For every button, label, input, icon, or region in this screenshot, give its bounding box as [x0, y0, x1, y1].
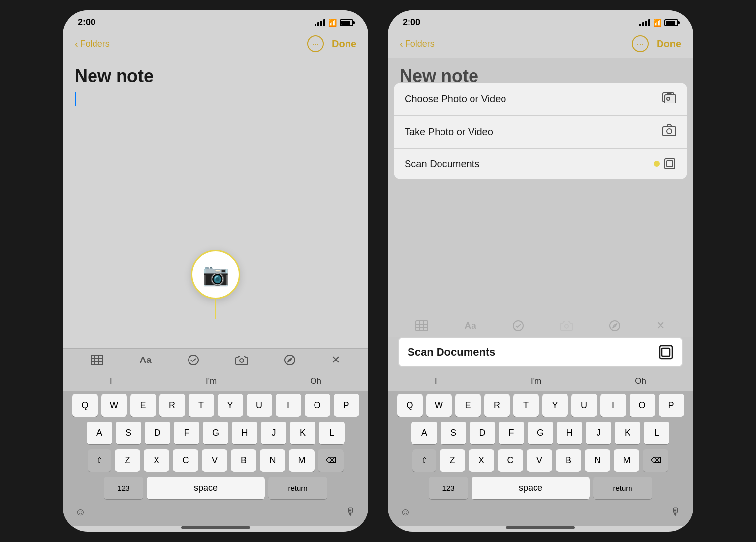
key-I-left[interactable]: I — [276, 394, 301, 417]
key-D-right[interactable]: D — [470, 422, 495, 444]
key-D-left[interactable]: D — [145, 422, 170, 444]
back-button-left[interactable]: ‹ Folders — [75, 38, 110, 50]
menu-item-take-photo[interactable]: Take Photo or Video — [394, 116, 687, 149]
key-backspace-right[interactable]: ⌫ — [643, 449, 668, 472]
emoji-key-right[interactable]: ☺ — [400, 506, 410, 518]
svg-rect-16 — [667, 161, 673, 167]
toolbar-table-icon-left[interactable] — [91, 355, 103, 365]
key-J-right[interactable]: J — [586, 422, 611, 444]
key-V-left[interactable]: V — [202, 449, 227, 472]
emoji-key-left[interactable]: ☺ — [75, 506, 86, 518]
key-F-right[interactable]: F — [499, 422, 524, 444]
key-P-left[interactable]: P — [334, 394, 359, 417]
suggestion-3-left[interactable]: Oh — [310, 376, 321, 386]
key-O-left[interactable]: O — [305, 394, 330, 417]
suggestion-3-right[interactable]: Oh — [635, 376, 646, 386]
key-Y-right[interactable]: Y — [542, 394, 568, 417]
key-S-left[interactable]: S — [116, 422, 141, 444]
key-space-right[interactable]: space — [472, 477, 590, 499]
key-U-right[interactable]: U — [571, 394, 597, 417]
key-G-left[interactable]: G — [203, 422, 228, 444]
key-Y-left[interactable]: Y — [218, 394, 243, 417]
toolbar-format-icon-right[interactable]: Aa — [464, 320, 476, 331]
key-H-right[interactable]: H — [557, 422, 582, 444]
key-S-right[interactable]: S — [441, 422, 466, 444]
key-N-left[interactable]: N — [260, 449, 285, 472]
note-content-left[interactable]: New note 📷 — [63, 58, 368, 348]
key-123-right[interactable]: 123 — [429, 477, 468, 499]
status-time-right: 2:00 — [403, 17, 420, 28]
key-T-right[interactable]: T — [513, 394, 539, 417]
suggestion-2-left[interactable]: I'm — [206, 376, 217, 386]
key-V-right[interactable]: V — [527, 449, 552, 472]
key-return-right[interactable]: return — [593, 477, 652, 499]
done-button-left[interactable]: Done — [332, 38, 356, 50]
menu-item-scan-docs[interactable]: Scan Documents — [394, 149, 687, 179]
key-T-left[interactable]: T — [189, 394, 214, 417]
mic-key-left[interactable]: 🎙 — [346, 506, 356, 518]
more-button-right[interactable]: ··· — [632, 35, 649, 52]
key-backspace-left[interactable]: ⌫ — [318, 449, 344, 472]
key-A-left[interactable]: A — [87, 422, 112, 444]
key-M-right[interactable]: M — [614, 449, 639, 472]
toolbar-format-icon-left[interactable]: Aa — [139, 355, 151, 365]
toolbar-check-icon-left[interactable] — [188, 354, 199, 366]
key-I-right[interactable]: I — [600, 394, 626, 417]
toolbar-table-icon-right[interactable] — [415, 320, 428, 331]
key-O-right[interactable]: O — [630, 394, 655, 417]
key-L-right[interactable]: L — [644, 422, 669, 444]
key-G-right[interactable]: G — [528, 422, 553, 444]
status-icons-right: 📶 — [639, 19, 678, 27]
done-button-right[interactable]: Done — [657, 38, 681, 50]
key-W-left[interactable]: W — [101, 394, 127, 417]
menu-item-choose-photo[interactable]: Choose Photo or Video — [394, 83, 687, 116]
toolbar-location-icon-left[interactable] — [284, 354, 296, 366]
key-B-right[interactable]: B — [556, 449, 581, 472]
key-shift-right[interactable]: ⇧ — [412, 449, 436, 472]
key-123-left[interactable]: 123 — [104, 477, 143, 499]
suggestion-1-right[interactable]: I — [435, 376, 437, 386]
key-Z-left[interactable]: Z — [115, 449, 140, 472]
key-E-right[interactable]: E — [455, 394, 481, 417]
key-J-left[interactable]: J — [261, 422, 286, 444]
key-space-left[interactable]: space — [147, 477, 265, 499]
toolbar-camera-icon-right[interactable] — [560, 320, 573, 331]
key-U-left[interactable]: U — [247, 394, 272, 417]
key-C-left[interactable]: C — [173, 449, 198, 472]
key-F-left[interactable]: F — [174, 422, 199, 444]
key-K-right[interactable]: K — [615, 422, 640, 444]
key-Z-right[interactable]: Z — [440, 449, 465, 472]
key-Q-right[interactable]: Q — [397, 394, 423, 417]
key-X-right[interactable]: X — [469, 449, 494, 472]
key-C-right[interactable]: C — [498, 449, 523, 472]
mic-key-right[interactable]: 🎙 — [670, 506, 681, 518]
key-W-right[interactable]: W — [426, 394, 452, 417]
toolbar-close-icon-right[interactable]: ✕ — [656, 319, 665, 332]
key-Q-left[interactable]: Q — [72, 394, 98, 417]
toolbar-close-icon-left[interactable]: ✕ — [331, 354, 340, 366]
key-P-right[interactable]: P — [659, 394, 684, 417]
key-N-right[interactable]: N — [585, 449, 610, 472]
toolbar-camera-icon-left[interactable] — [235, 355, 248, 365]
key-R-right[interactable]: R — [484, 394, 510, 417]
key-H-left[interactable]: H — [232, 422, 257, 444]
key-R-left[interactable]: R — [159, 394, 185, 417]
key-K-left[interactable]: K — [290, 422, 315, 444]
suggestion-2-right[interactable]: I'm — [531, 376, 541, 386]
key-X-left[interactable]: X — [144, 449, 169, 472]
key-return-left[interactable]: return — [268, 477, 327, 499]
toolbar-check-icon-right[interactable] — [512, 320, 524, 331]
key-L-left[interactable]: L — [319, 422, 345, 444]
key-M-left[interactable]: M — [289, 449, 315, 472]
key-E-left[interactable]: E — [130, 394, 156, 417]
back-button-right[interactable]: ‹ Folders — [400, 38, 435, 50]
key-B-left[interactable]: B — [231, 449, 256, 472]
scan-highlight-box[interactable]: Scan Documents — [398, 337, 683, 367]
more-button-left[interactable]: ··· — [307, 35, 324, 52]
nav-actions-left: ··· Done — [307, 35, 356, 52]
toolbar-location-icon-right[interactable] — [609, 320, 621, 331]
key-shift-left[interactable]: ⇧ — [88, 449, 111, 472]
suggestion-1-left[interactable]: I — [110, 376, 112, 386]
signal-icon-left — [315, 19, 325, 26]
key-A-right[interactable]: A — [411, 422, 437, 444]
